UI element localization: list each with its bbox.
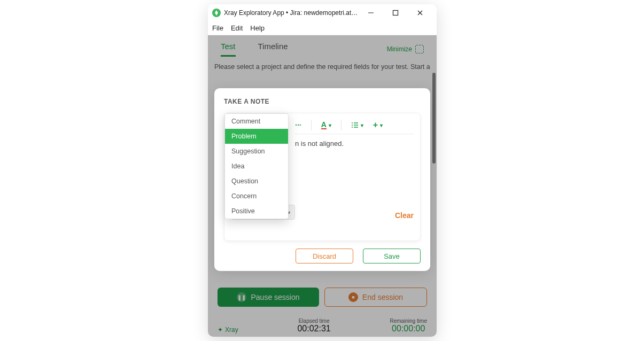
svg-point-4 (352, 122, 353, 123)
window-close-button[interactable] (408, 5, 432, 21)
save-button[interactable]: Save (363, 249, 421, 264)
dropdown-option-suggestion[interactable]: Suggestion (225, 144, 288, 159)
dropdown-option-problem[interactable]: Problem (225, 129, 288, 144)
dropdown-option-idea[interactable]: Idea (225, 159, 288, 174)
take-note-modal: TAKE A NOTE Comment Problem Suggestion I… (214, 88, 430, 271)
toolbar-list-button[interactable]: ▾ (351, 121, 363, 129)
toolbar-add-button[interactable]: + ▾ (373, 120, 383, 130)
svg-point-6 (352, 125, 353, 126)
chevron-down-icon: ▾ (329, 122, 331, 128)
app-window: Xray Exploratory App • Jira: newdemopetr… (208, 4, 437, 337)
window-title: Xray Exploratory App • Jira: newdemopetr… (224, 9, 359, 17)
note-card: Comment Problem Suggestion Idea Question… (224, 113, 421, 241)
editor-toolbar: ··· A ▾ ▾ + ▾ (295, 119, 414, 134)
menu-help[interactable]: Help (250, 24, 265, 32)
modal-title: TAKE A NOTE (224, 98, 421, 105)
dropdown-option-comment[interactable]: Comment (225, 114, 288, 129)
dropdown-option-positive[interactable]: Positive (225, 204, 288, 219)
clear-button[interactable]: Clear (395, 211, 414, 220)
toolbar-text-color-button[interactable]: A ▾ (321, 121, 331, 129)
menu-edit[interactable]: Edit (231, 24, 243, 32)
chevron-down-icon: ▾ (361, 122, 363, 128)
window-maximize-button[interactable] (383, 5, 408, 21)
list-icon (351, 121, 359, 129)
content-area: Test Timeline Minimize Please select a p… (208, 35, 437, 337)
dropdown-option-question[interactable]: Question (225, 174, 288, 189)
menu-bar: File Edit Help (208, 21, 437, 35)
modal-actions: Discard Save (224, 249, 421, 264)
app-logo-icon (212, 9, 221, 17)
window-minimize-button[interactable] (359, 5, 383, 21)
dropdown-option-concern[interactable]: Concern (225, 189, 288, 204)
discard-button[interactable]: Discard (296, 249, 353, 264)
svg-rect-1 (393, 11, 398, 15)
note-type-dropdown[interactable]: Comment Problem Suggestion Idea Question… (224, 113, 289, 219)
title-bar: Xray Exploratory App • Jira: newdemopetr… (208, 4, 437, 21)
toolbar-more-button[interactable]: ··· (295, 121, 301, 129)
toolbar-separator (341, 120, 342, 130)
menu-file[interactable]: File (212, 24, 223, 32)
svg-point-8 (352, 127, 353, 128)
toolbar-separator (311, 120, 312, 130)
chevron-down-icon: ▾ (380, 122, 383, 128)
